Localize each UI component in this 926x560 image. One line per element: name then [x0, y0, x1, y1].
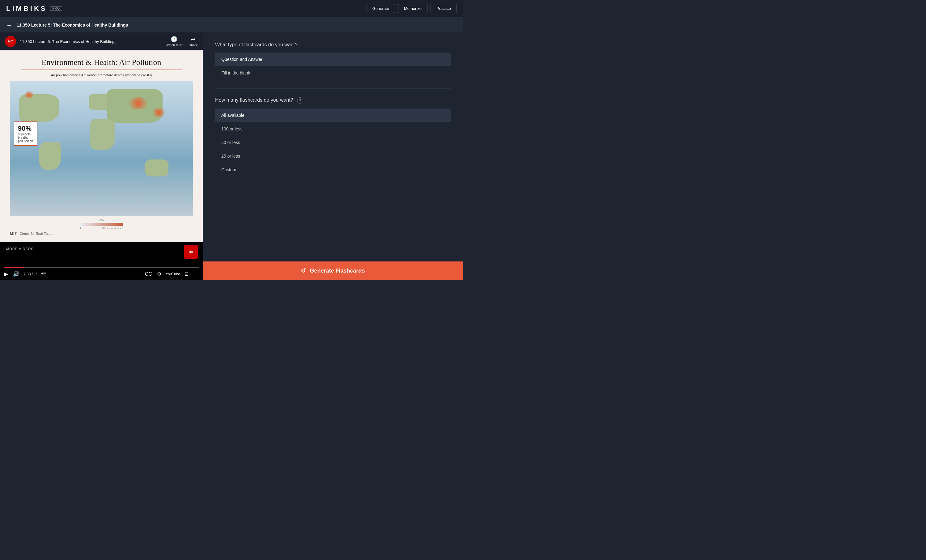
video-dark-overlay: MORE VIDEOS MIT: [0, 242, 203, 267]
controls-row: ▶ 🔊 7:33 / 1:11:55 CC ⚙ YouTube ⊡ ⛶: [4, 271, 199, 277]
more-videos-label: MORE VIDEOS: [6, 247, 34, 251]
video-actions: 🕐 Watch later ➦ Share: [165, 36, 198, 47]
mit-badge-text: MIT: [189, 250, 194, 253]
channel-logo: MIT: [5, 36, 16, 47]
main-layout: MIT 11.350 Lecture 5: The Economics of H…: [0, 33, 463, 280]
video-controls: ▶ 🔊 7:33 / 1:11:55 CC ⚙ YouTube ⊡ ⛶: [0, 267, 203, 280]
controls-right: CC ⚙ YouTube ⊡ ⛶: [144, 271, 199, 277]
count-option-100[interactable]: 100 or less: [215, 122, 451, 136]
type-question: What type of flashcards do you want?: [215, 42, 451, 48]
pollution-hotspot-china: [153, 108, 165, 117]
youtube-label: YouTube: [166, 272, 180, 276]
clock-icon: 🕐: [171, 36, 177, 42]
memorize-button[interactable]: Memorize: [398, 4, 427, 13]
slide-legend: NO₂ 1 10¹⁵ molecules/cm²: [10, 219, 193, 230]
back-button[interactable]: ←: [6, 22, 12, 28]
breadcrumb-bar: ← 11.350 Lecture 5: The Economics of Hea…: [0, 17, 463, 33]
slide-title-underline: [21, 70, 182, 70]
legend-values: 1 10¹⁵ molecules/cm²: [80, 227, 123, 230]
options-divider-1: [215, 88, 451, 89]
play-button[interactable]: ▶: [4, 271, 9, 277]
continent-australia: [145, 159, 168, 177]
flashcard-count-section: How many flashcards do you want? ? All a…: [215, 97, 451, 177]
legend-max: 10¹⁵ molecules/cm²: [102, 227, 123, 230]
slide-subtitle: Air pollution causes 4.2 million prematu…: [10, 73, 193, 77]
time-display: 7:33 / 1:11:55: [24, 272, 46, 276]
share-button[interactable]: ➦ Share: [189, 36, 198, 47]
progress-bar[interactable]: [4, 267, 199, 268]
continent-africa: [90, 119, 115, 150]
stat-line2: breathe: [18, 136, 33, 139]
legend-label: NO₂: [98, 219, 104, 222]
stat-line3: polluted air: [18, 139, 33, 143]
slide-title: Environment & Health: Air Pollution: [10, 58, 193, 67]
breadcrumb-title: 11.350 Lecture 5: The Economics of Healt…: [17, 23, 128, 27]
count-question-text: How many flashcards do you want?: [215, 97, 293, 103]
generate-button[interactable]: Generate: [366, 4, 395, 13]
mit-footer: MIT Center for Real Estate: [10, 232, 193, 236]
watch-later-button[interactable]: 🕐 Watch later: [165, 36, 182, 47]
stat-line1: of people: [18, 133, 33, 136]
type-option-qa[interactable]: Question and Answer: [215, 53, 451, 66]
generate-flashcards-label: Generate Flashcards: [310, 268, 365, 274]
count-options-list: All available 100 or less 50 or less 25 …: [215, 109, 451, 177]
share-label: Share: [189, 43, 198, 47]
channel-logo-text: MIT: [8, 40, 13, 43]
options-panel: What type of flashcards do you want? Que…: [203, 33, 463, 280]
flashcard-type-section: What type of flashcards do you want? Que…: [215, 42, 451, 80]
count-question: How many flashcards do you want? ?: [215, 97, 451, 103]
pro-badge: PRO: [50, 6, 62, 11]
volume-button[interactable]: 🔊: [12, 271, 20, 277]
share-icon: ➦: [191, 36, 196, 42]
progress-fill: [4, 267, 24, 268]
count-option-25[interactable]: 25 or less: [215, 149, 451, 163]
nav-buttons: Generate Memorize Practice: [366, 4, 457, 13]
settings-button[interactable]: ⚙: [156, 271, 162, 277]
fullscreen-button[interactable]: ⛶: [193, 271, 199, 277]
stat-number: 90%: [18, 124, 33, 133]
type-option-fill[interactable]: Fill in the blank: [215, 66, 451, 80]
mit-dept: Center for Real Estate: [20, 232, 53, 236]
count-option-50[interactable]: 50 or less: [215, 136, 451, 149]
generate-flashcards-button[interactable]: ↺ Generate Flashcards: [203, 262, 463, 280]
continent-south-america: [39, 142, 61, 170]
world-map: 90% of people breathe polluted air: [10, 81, 193, 216]
watch-later-label: Watch later: [165, 43, 182, 47]
legend-min: 1: [80, 227, 81, 230]
video-panel: MIT 11.350 Lecture 5: The Economics of H…: [0, 33, 203, 280]
slide-container: Environment & Health: Air Pollution Air …: [0, 50, 203, 242]
mit-logo: MIT: [10, 232, 17, 236]
stat-box: 90% of people breathe polluted air: [14, 121, 38, 146]
logo-wrapper: LIMBIKS PRO: [6, 5, 62, 13]
count-option-all[interactable]: All available: [215, 109, 451, 122]
video-content[interactable]: Environment & Health: Air Pollution Air …: [0, 50, 203, 242]
slide-map-area: 90% of people breathe polluted air: [10, 81, 193, 216]
legend-bar: [80, 223, 123, 226]
count-option-custom[interactable]: Custom: [215, 163, 451, 177]
mit-badge: MIT: [184, 245, 198, 259]
top-nav: LIMBIKS PRO Generate Memorize Practice: [0, 0, 463, 17]
video-header: MIT 11.350 Lecture 5: The Economics of H…: [0, 33, 203, 50]
cast-button[interactable]: ⊡: [184, 271, 189, 277]
spinner-icon: ↺: [301, 267, 306, 274]
pollution-hotspot-east-asia: [129, 97, 147, 109]
type-options-list: Question and Answer Fill in the blank: [215, 53, 451, 80]
app-logo: LIMBIKS: [6, 5, 47, 13]
practice-button[interactable]: Practice: [431, 4, 457, 13]
help-icon[interactable]: ?: [297, 97, 303, 103]
continent-north-america: [19, 94, 59, 122]
video-title: 11.350 Lecture 5: The Economics of Healt…: [20, 39, 162, 44]
captions-button[interactable]: CC: [144, 271, 153, 277]
